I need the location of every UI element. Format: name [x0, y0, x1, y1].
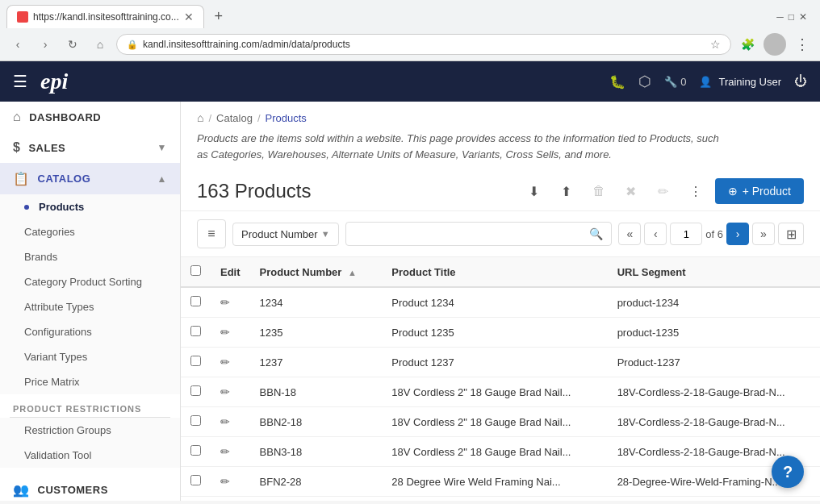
sidebar-sub-label: Validation Tool [24, 449, 91, 461]
extensions-button[interactable]: 🧩 [736, 33, 759, 56]
edit-pencil-icon[interactable]: ✏ [220, 475, 230, 488]
tab-bar: https://kandl.insitesofttraining.co... ✕… [0, 0, 820, 28]
prev-page-button[interactable]: ‹ [644, 223, 667, 245]
browser-tab[interactable]: https://kandl.insitesofttraining.co... ✕ [6, 5, 204, 28]
wrench-badge[interactable]: 🔧 0 [664, 76, 686, 88]
sidebar-item-sales[interactable]: $ SALES ▼ [0, 132, 180, 163]
bookmark-star-icon[interactable]: ☆ [710, 38, 721, 51]
chevron-up-icon: ▲ [157, 173, 167, 185]
browser-menu-button[interactable]: ⋮ [791, 33, 814, 56]
row-checkbox[interactable] [190, 296, 201, 306]
filter-button[interactable]: ≡ [197, 219, 226, 248]
row-checkbox-cell [181, 407, 211, 437]
maximize-button[interactable]: □ [789, 11, 794, 23]
row-edit-cell: ✏ [211, 497, 250, 502]
row-edit-cell: ✏ [211, 348, 250, 377]
add-product-button[interactable]: ⊕ + Product [715, 178, 804, 204]
tab-title: https://kandl.insitesofttraining.co... [33, 11, 179, 23]
download-button[interactable]: ⬇ [521, 178, 547, 204]
edit-pencil-icon[interactable]: ✏ [220, 296, 230, 309]
product-title-column-header[interactable]: Product Title [382, 257, 607, 287]
user-icon: 👤 [699, 76, 712, 88]
row-product-title: 18V Cordless 2" 18 Gauge Brad Nail... [382, 407, 607, 437]
reload-button[interactable]: ↻ [61, 33, 84, 56]
home-icon[interactable]: ⌂ [197, 111, 203, 124]
page-number-input[interactable] [670, 223, 702, 245]
product-restrictions-label: PRODUCT RESTRICTIONS [0, 398, 180, 417]
row-checkbox[interactable] [190, 356, 201, 366]
row-checkbox[interactable] [190, 445, 201, 456]
row-checkbox[interactable] [190, 385, 201, 396]
upload-button[interactable]: ⬆ [554, 178, 579, 204]
sidebar-item-category-product-sorting[interactable]: Category Product Sorting [0, 269, 180, 294]
sidebar-item-variant-types[interactable]: Variant Types [0, 344, 180, 369]
row-edit-cell: ✏ [211, 377, 250, 407]
sort-icon: ▲ [348, 268, 357, 277]
power-button[interactable]: ⏻ [794, 74, 807, 89]
browser-controls: ‹ › ↻ ⌂ 🔒 kandl.insitesofttraining.com/a… [0, 28, 820, 60]
row-checkbox[interactable] [190, 326, 201, 336]
sidebar-item-brands[interactable]: Brands [0, 244, 180, 269]
next-page-button[interactable]: › [726, 223, 749, 245]
breadcrumb: ⌂ / Catalog / Products [181, 102, 820, 127]
sidebar-item-price-matrix[interactable]: Price Matrix [0, 369, 180, 394]
row-url-segment: product-1235 [608, 318, 820, 348]
edit-pencil-icon[interactable]: ✏ [220, 445, 230, 458]
window-close-button[interactable]: ✕ [799, 11, 807, 23]
filter-icon: ≡ [207, 227, 215, 241]
last-page-button[interactable]: » [752, 223, 775, 245]
bug-icon[interactable]: 🐛 [609, 74, 625, 90]
address-text: kandl.insitesofttraining.com/admin/data/… [143, 39, 705, 50]
sidebar-item-attribute-types[interactable]: Attribute Types [0, 294, 180, 319]
row-url-segment: 20V-Max-Dual-Speed-Framing-N... [608, 497, 820, 502]
search-icon[interactable]: 🔍 [589, 227, 603, 240]
sidebar-item-label: CUSTOMERS [38, 484, 108, 496]
new-tab-button[interactable]: + [207, 6, 230, 28]
user-menu[interactable]: 👤 Training User [699, 76, 781, 88]
breadcrumb-catalog[interactable]: Catalog [216, 112, 253, 124]
sidebar-item-customers[interactable]: 👥 CUSTOMERS [0, 474, 180, 501]
sidebar-item-configurations[interactable]: Configurations [0, 319, 180, 344]
move-button[interactable]: ✖ [618, 178, 644, 204]
sidebar-item-categories[interactable]: Categories [0, 219, 180, 244]
edit-pencil-icon[interactable]: ✏ [220, 385, 230, 398]
address-bar[interactable]: 🔒 kandl.insitesofttraining.com/admin/dat… [116, 34, 731, 55]
home-button[interactable]: ⌂ [89, 33, 111, 56]
sidebar-item-products[interactable]: Products [0, 194, 180, 219]
back-button[interactable]: ‹ [6, 33, 29, 56]
table-header-row: Edit Product Number ▲ Product Title URL … [181, 257, 820, 287]
external-link-icon[interactable]: ⬡ [638, 73, 651, 90]
row-checkbox[interactable] [190, 475, 201, 485]
sidebar-item-dashboard[interactable]: ⌂ DASHBOARD [0, 102, 180, 132]
page-description: Products are the items sold within a web… [181, 127, 746, 172]
row-product-title: Product 1234 [382, 287, 607, 318]
filter-dropdown[interactable]: Product Number ▼ [232, 223, 339, 246]
edit-pencil-icon[interactable]: ✏ [220, 356, 230, 369]
sidebar-item-restriction-groups[interactable]: Restriction Groups [0, 418, 180, 443]
browser-chrome: https://kandl.insitesofttraining.co... ✕… [0, 0, 820, 61]
sidebar-item-catalog[interactable]: 📋 CATALOG ▲ [0, 163, 180, 194]
delete-button[interactable]: 🗑 [586, 178, 612, 204]
more-options-button[interactable]: ⋮ [683, 178, 709, 204]
edit-button[interactable]: ✏ [651, 178, 676, 204]
sidebar-item-validation-tool[interactable]: Validation Tool [0, 443, 180, 468]
hamburger-menu-button[interactable]: ☰ [13, 72, 27, 91]
edit-pencil-icon[interactable]: ✏ [220, 415, 230, 428]
sidebar-sub-label: Brands [24, 251, 57, 263]
help-button[interactable]: ? [772, 456, 804, 488]
edit-pencil-icon[interactable]: ✏ [220, 326, 230, 339]
select-all-checkbox[interactable] [190, 265, 201, 276]
sidebar-sub-label: Products [39, 201, 84, 213]
profile-icon[interactable] [764, 33, 786, 56]
close-tab-button[interactable]: ✕ [184, 10, 194, 23]
row-product-number: BBN-18 [250, 377, 383, 407]
minimize-button[interactable]: ─ [776, 11, 784, 23]
columns-button[interactable]: ⊞ [778, 223, 804, 245]
breadcrumb-sep2: / [257, 112, 261, 124]
product-number-column-header[interactable]: Product Number ▲ [250, 257, 383, 287]
url-segment-column-header[interactable]: URL Segment [608, 257, 820, 287]
row-checkbox[interactable] [190, 415, 201, 426]
search-input[interactable] [354, 228, 585, 240]
forward-button[interactable]: › [34, 33, 56, 56]
first-page-button[interactable]: « [618, 223, 641, 245]
